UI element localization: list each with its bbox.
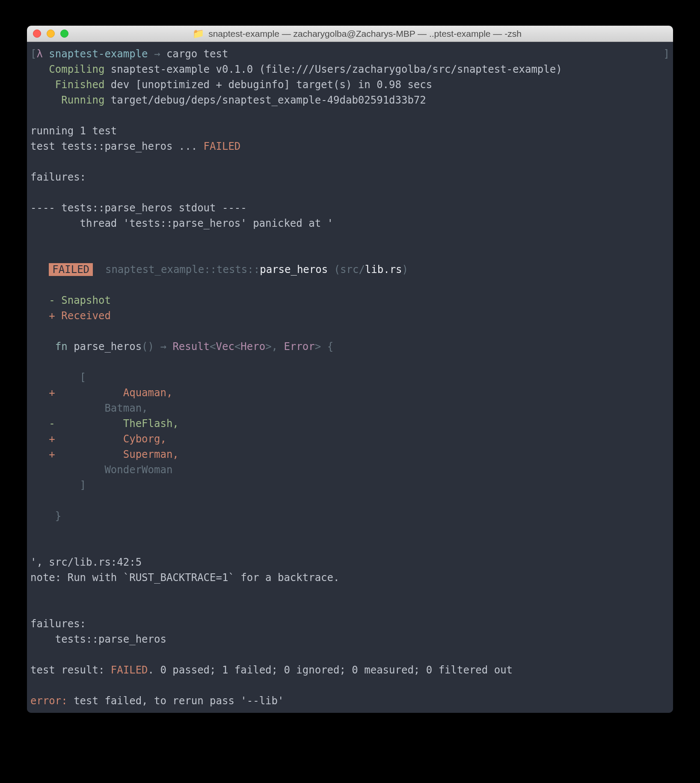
test-failed: FAILED — [204, 140, 241, 152]
diff-snapshot: - Snapshot — [49, 294, 111, 306]
angle3: >, — [265, 341, 284, 353]
error-label: error: — [30, 695, 68, 707]
compiling-label: Compiling — [49, 63, 104, 75]
src-close: ) — [402, 264, 408, 276]
diff-received: + Received — [49, 310, 111, 322]
failed-badge: FAILED — [49, 263, 93, 276]
fn-keyword: fn — [55, 341, 74, 353]
terminal-window: 📁 snaptest-example — zacharygolba@Zachar… — [27, 26, 673, 713]
running-text: target/debug/deps/snaptest_example-49dab… — [111, 94, 426, 106]
src-open: (src/ — [328, 264, 365, 276]
bracket-open: [ — [30, 371, 86, 383]
prompt-lambda: λ — [36, 48, 42, 60]
running-tests: running 1 test — [30, 125, 117, 137]
command-text: cargo test — [166, 48, 228, 60]
brace-close: } — [30, 510, 61, 522]
fn-parens: () — [142, 341, 160, 353]
backtrace-note: note: Run with `RUST_BACKTRACE=1` for a … — [30, 572, 339, 584]
result-prefix: test result: — [30, 664, 111, 676]
folder-icon: 📁 — [193, 28, 204, 39]
result-suffix: . 0 passed; 1 failed; 0 ignored; 0 measu… — [148, 664, 513, 676]
window-title: 📁 snaptest-example — zacharygolba@Zachar… — [47, 28, 667, 39]
close-button[interactable] — [33, 30, 41, 38]
titlebar: 📁 snaptest-example — zacharygolba@Zachar… — [27, 26, 673, 42]
panic-line: thread 'tests::parse_heros' panicked at … — [30, 217, 333, 229]
error-type: Error — [284, 341, 315, 353]
vec-type: Vec — [216, 341, 234, 353]
result-type: Result — [172, 341, 210, 353]
prompt-arrow: → — [154, 48, 160, 60]
title-text: snaptest-example — zacharygolba@Zacharys… — [208, 29, 522, 39]
bracket-close: ] — [30, 479, 86, 491]
plus-aquaman: + Aquaman, — [49, 387, 172, 399]
minus-flash: - TheFlash, — [49, 418, 178, 430]
running-label: Running — [61, 94, 104, 106]
angle1: < — [210, 341, 216, 353]
error-text: test failed, to rerun pass '--lib' — [68, 695, 284, 707]
batman-line: Batman, — [30, 402, 148, 414]
finished-text: dev [unoptimized + debuginfo] target(s) … — [111, 79, 432, 91]
lib-rs: lib.rs — [365, 264, 402, 276]
plus-cyborg: + Cyborg, — [49, 433, 166, 445]
wonderwoman-line: WonderWoman — [30, 464, 172, 476]
angle2: < — [234, 341, 240, 353]
panic-location: ', src/lib.rs:42:5 — [30, 556, 142, 568]
test-path-dim: snaptest_example::tests:: — [105, 264, 260, 276]
test-name: parse_heros — [260, 264, 328, 276]
stdout-header: ---- tests::parse_heros stdout ---- — [30, 202, 247, 214]
plus-superman: + Superman, — [49, 448, 178, 460]
result-failed: FAILED — [111, 664, 148, 676]
fn-arrow: → — [160, 341, 172, 353]
failures-summary: failures: — [30, 618, 86, 630]
prompt-dir: snaptest-example — [49, 48, 148, 60]
fn-name: parse_heros — [74, 341, 142, 353]
failures-header: failures: — [30, 171, 86, 183]
failed-test-name: tests::parse_heros — [30, 633, 166, 645]
hero-type: Hero — [240, 341, 265, 353]
finished-label: Finished — [55, 79, 105, 91]
terminal-content[interactable]: [λ snaptest-example → cargo test] Compil… — [27, 42, 673, 713]
compiling-text: snaptest-example v0.1.0 (file:///Users/z… — [111, 63, 562, 75]
test-line-prefix: test tests::parse_heros ... — [30, 140, 204, 152]
angle4: > { — [315, 341, 333, 353]
